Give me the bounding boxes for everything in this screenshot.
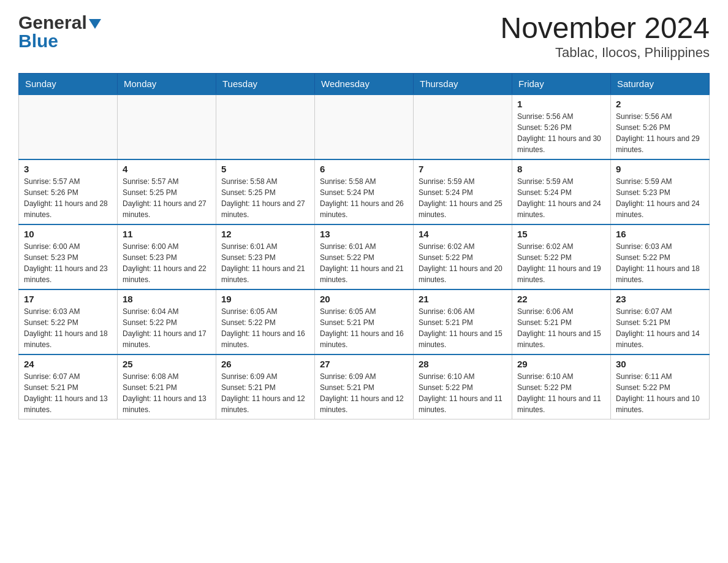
table-row: 6Sunrise: 5:58 AMSunset: 5:24 PMDaylight… <box>315 159 414 224</box>
table-row <box>216 94 315 159</box>
logo-blue-text: Blue <box>18 31 58 52</box>
calendar-header-row: Sunday Monday Tuesday Wednesday Thursday… <box>19 73 710 94</box>
day-number: 9 <box>616 164 704 174</box>
day-info: Sunrise: 5:58 AMSunset: 5:24 PMDaylight:… <box>320 176 408 220</box>
table-row: 22Sunrise: 6:06 AMSunset: 5:21 PMDayligh… <box>512 289 611 354</box>
calendar-week-row: 17Sunrise: 6:03 AMSunset: 5:22 PMDayligh… <box>19 289 710 354</box>
day-number: 18 <box>123 294 211 304</box>
table-row <box>414 94 512 159</box>
page-header: General Blue November 2024 Tablac, Iloco… <box>18 12 710 61</box>
day-info: Sunrise: 6:09 AMSunset: 5:21 PMDaylight:… <box>221 371 309 415</box>
table-row: 2Sunrise: 5:56 AMSunset: 5:26 PMDaylight… <box>611 94 710 159</box>
day-info: Sunrise: 6:03 AMSunset: 5:22 PMDaylight:… <box>24 306 112 350</box>
day-info: Sunrise: 6:01 AMSunset: 5:22 PMDaylight:… <box>320 241 408 285</box>
day-info: Sunrise: 5:57 AMSunset: 5:25 PMDaylight:… <box>123 176 211 220</box>
day-number: 5 <box>221 164 309 174</box>
day-info: Sunrise: 6:01 AMSunset: 5:23 PMDaylight:… <box>221 241 309 285</box>
day-number: 8 <box>517 164 605 174</box>
header-tuesday: Tuesday <box>216 73 315 94</box>
day-info: Sunrise: 6:06 AMSunset: 5:21 PMDaylight:… <box>517 306 605 350</box>
day-info: Sunrise: 5:56 AMSunset: 5:26 PMDaylight:… <box>517 111 605 155</box>
day-number: 19 <box>221 294 309 304</box>
table-row: 10Sunrise: 6:00 AMSunset: 5:23 PMDayligh… <box>19 224 118 289</box>
day-number: 14 <box>419 229 507 239</box>
day-number: 13 <box>320 229 408 239</box>
day-info: Sunrise: 5:59 AMSunset: 5:24 PMDaylight:… <box>517 176 605 220</box>
calendar-week-row: 1Sunrise: 5:56 AMSunset: 5:26 PMDaylight… <box>19 94 710 159</box>
day-info: Sunrise: 6:11 AMSunset: 5:22 PMDaylight:… <box>616 371 704 415</box>
table-row: 14Sunrise: 6:02 AMSunset: 5:22 PMDayligh… <box>414 224 512 289</box>
logo-triangle-icon <box>89 19 101 29</box>
table-row: 25Sunrise: 6:08 AMSunset: 5:21 PMDayligh… <box>118 354 216 419</box>
table-row: 20Sunrise: 6:05 AMSunset: 5:21 PMDayligh… <box>315 289 414 354</box>
day-info: Sunrise: 6:09 AMSunset: 5:21 PMDaylight:… <box>320 371 408 415</box>
table-row: 7Sunrise: 5:59 AMSunset: 5:24 PMDaylight… <box>414 159 512 224</box>
day-info: Sunrise: 6:02 AMSunset: 5:22 PMDaylight:… <box>517 241 605 285</box>
logo: General Blue <box>18 12 101 52</box>
table-row: 28Sunrise: 6:10 AMSunset: 5:22 PMDayligh… <box>414 354 512 419</box>
title-block: November 2024 Tablac, Ilocos, Philippine… <box>500 12 710 61</box>
day-info: Sunrise: 5:59 AMSunset: 5:24 PMDaylight:… <box>419 176 507 220</box>
day-info: Sunrise: 6:05 AMSunset: 5:21 PMDaylight:… <box>320 306 408 350</box>
table-row: 27Sunrise: 6:09 AMSunset: 5:21 PMDayligh… <box>315 354 414 419</box>
day-info: Sunrise: 6:07 AMSunset: 5:21 PMDaylight:… <box>24 371 112 415</box>
day-number: 15 <box>517 229 605 239</box>
table-row: 3Sunrise: 5:57 AMSunset: 5:26 PMDaylight… <box>19 159 118 224</box>
day-info: Sunrise: 6:10 AMSunset: 5:22 PMDaylight:… <box>517 371 605 415</box>
calendar-table: Sunday Monday Tuesday Wednesday Thursday… <box>18 73 710 419</box>
day-number: 28 <box>419 359 507 369</box>
day-info: Sunrise: 6:07 AMSunset: 5:21 PMDaylight:… <box>616 306 704 350</box>
table-row: 23Sunrise: 6:07 AMSunset: 5:21 PMDayligh… <box>611 289 710 354</box>
table-row: 4Sunrise: 5:57 AMSunset: 5:25 PMDaylight… <box>118 159 216 224</box>
table-row: 26Sunrise: 6:09 AMSunset: 5:21 PMDayligh… <box>216 354 315 419</box>
table-row: 21Sunrise: 6:06 AMSunset: 5:21 PMDayligh… <box>414 289 512 354</box>
header-monday: Monday <box>118 73 216 94</box>
day-info: Sunrise: 5:56 AMSunset: 5:26 PMDaylight:… <box>616 111 704 155</box>
table-row: 5Sunrise: 5:58 AMSunset: 5:25 PMDaylight… <box>216 159 315 224</box>
day-number: 11 <box>123 229 211 239</box>
table-row: 17Sunrise: 6:03 AMSunset: 5:22 PMDayligh… <box>19 289 118 354</box>
day-number: 20 <box>320 294 408 304</box>
logo-general-text: General <box>18 12 87 33</box>
table-row: 29Sunrise: 6:10 AMSunset: 5:22 PMDayligh… <box>512 354 611 419</box>
day-info: Sunrise: 6:06 AMSunset: 5:21 PMDaylight:… <box>419 306 507 350</box>
day-number: 7 <box>419 164 507 174</box>
table-row: 19Sunrise: 6:05 AMSunset: 5:22 PMDayligh… <box>216 289 315 354</box>
day-number: 27 <box>320 359 408 369</box>
table-row <box>19 94 118 159</box>
day-number: 25 <box>123 359 211 369</box>
day-info: Sunrise: 5:58 AMSunset: 5:25 PMDaylight:… <box>221 176 309 220</box>
day-info: Sunrise: 6:02 AMSunset: 5:22 PMDaylight:… <box>419 241 507 285</box>
day-number: 2 <box>616 99 704 109</box>
table-row <box>118 94 216 159</box>
day-number: 12 <box>221 229 309 239</box>
table-row: 24Sunrise: 6:07 AMSunset: 5:21 PMDayligh… <box>19 354 118 419</box>
day-number: 30 <box>616 359 704 369</box>
table-row: 11Sunrise: 6:00 AMSunset: 5:23 PMDayligh… <box>118 224 216 289</box>
day-number: 17 <box>24 294 112 304</box>
day-info: Sunrise: 5:57 AMSunset: 5:26 PMDaylight:… <box>24 176 112 220</box>
day-number: 24 <box>24 359 112 369</box>
calendar-subtitle: Tablac, Ilocos, Philippines <box>500 45 710 61</box>
header-wednesday: Wednesday <box>315 73 414 94</box>
day-number: 6 <box>320 164 408 174</box>
day-number: 1 <box>517 99 605 109</box>
table-row: 12Sunrise: 6:01 AMSunset: 5:23 PMDayligh… <box>216 224 315 289</box>
header-friday: Friday <box>512 73 611 94</box>
day-number: 16 <box>616 229 704 239</box>
day-number: 26 <box>221 359 309 369</box>
calendar-week-row: 24Sunrise: 6:07 AMSunset: 5:21 PMDayligh… <box>19 354 710 419</box>
header-sunday: Sunday <box>19 73 118 94</box>
day-info: Sunrise: 6:10 AMSunset: 5:22 PMDaylight:… <box>419 371 507 415</box>
day-number: 22 <box>517 294 605 304</box>
day-number: 4 <box>123 164 211 174</box>
header-saturday: Saturday <box>611 73 710 94</box>
table-row: 18Sunrise: 6:04 AMSunset: 5:22 PMDayligh… <box>118 289 216 354</box>
table-row: 8Sunrise: 5:59 AMSunset: 5:24 PMDaylight… <box>512 159 611 224</box>
calendar-week-row: 3Sunrise: 5:57 AMSunset: 5:26 PMDaylight… <box>19 159 710 224</box>
table-row: 9Sunrise: 5:59 AMSunset: 5:23 PMDaylight… <box>611 159 710 224</box>
day-info: Sunrise: 6:05 AMSunset: 5:22 PMDaylight:… <box>221 306 309 350</box>
calendar-title: November 2024 <box>500 12 710 45</box>
day-info: Sunrise: 6:03 AMSunset: 5:22 PMDaylight:… <box>616 241 704 285</box>
header-thursday: Thursday <box>414 73 512 94</box>
